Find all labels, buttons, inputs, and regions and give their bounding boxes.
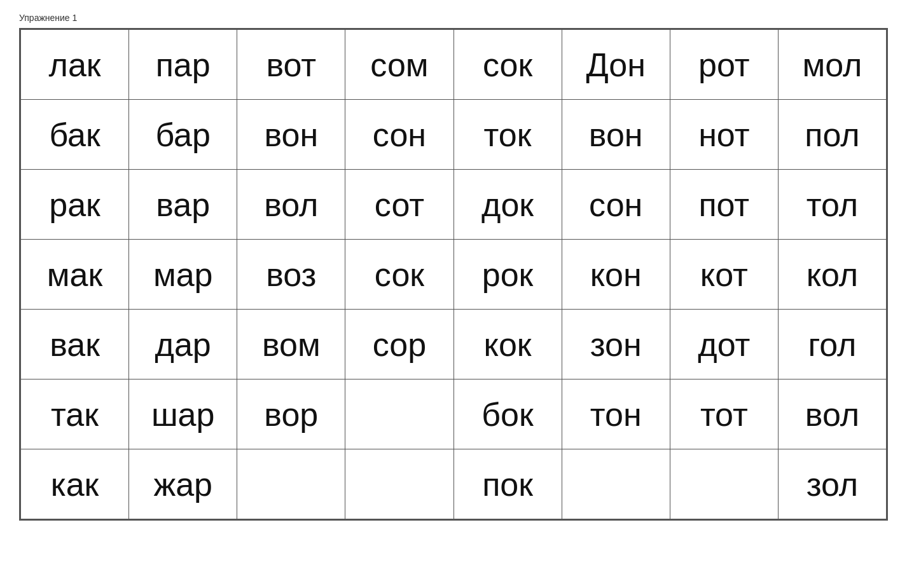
table-cell — [237, 449, 345, 519]
table-cell: тон — [562, 379, 670, 449]
exercise-title: Упражнение 1 — [19, 13, 888, 23]
table-cell: нот — [670, 100, 778, 170]
table-cell: пок — [454, 449, 562, 519]
table-row: вакдарвомсоркокзондотгол — [21, 310, 887, 379]
table-cell: бар — [129, 100, 237, 170]
table-cell: гол — [778, 310, 886, 379]
word-table: лакпарвотсомсокДонротмолбакбарвонсонтокв… — [20, 29, 887, 519]
table-cell: кот — [670, 240, 778, 310]
table-cell: вот — [237, 30, 345, 100]
table-cell: зол — [778, 449, 886, 519]
table-cell: кон — [562, 240, 670, 310]
table-row: ракварволсотдоксонпоттол — [21, 170, 887, 240]
table-cell: вор — [237, 379, 345, 449]
table-cell: лак — [21, 30, 129, 100]
table-cell: сор — [345, 310, 454, 379]
table-cell: Дон — [562, 30, 670, 100]
table-cell: ток — [454, 100, 562, 170]
table-cell: вар — [129, 170, 237, 240]
table-cell: сон — [562, 170, 670, 240]
table-cell: пот — [670, 170, 778, 240]
table-row: макмарвозсокрокконкоткол — [21, 240, 887, 310]
table-cell: дот — [670, 310, 778, 379]
table-cell: зон — [562, 310, 670, 379]
table-cell: жар — [129, 449, 237, 519]
table-cell: мар — [129, 240, 237, 310]
table-cell: вон — [562, 100, 670, 170]
table-row: такшарворбоктонтотвол — [21, 379, 887, 449]
table-cell: бок — [454, 379, 562, 449]
table-cell: сок — [454, 30, 562, 100]
table-cell: сом — [345, 30, 454, 100]
table-cell — [345, 379, 454, 449]
table-cell: рок — [454, 240, 562, 310]
table-cell: вом — [237, 310, 345, 379]
table-cell: кол — [778, 240, 886, 310]
table-cell: шар — [129, 379, 237, 449]
table-cell: пар — [129, 30, 237, 100]
table-cell: сон — [345, 100, 454, 170]
table-row: бакбарвонсонтоквоннотпол — [21, 100, 887, 170]
table-cell: тол — [778, 170, 886, 240]
table-cell: бак — [21, 100, 129, 170]
table-cell: вол — [237, 170, 345, 240]
table-cell: мак — [21, 240, 129, 310]
table-cell: сок — [345, 240, 454, 310]
table-cell: рак — [21, 170, 129, 240]
table-row: какжарпокзол — [21, 449, 887, 519]
table-cell: сот — [345, 170, 454, 240]
table-cell: рот — [670, 30, 778, 100]
table-cell: воз — [237, 240, 345, 310]
table-cell: кок — [454, 310, 562, 379]
table-cell — [345, 449, 454, 519]
table-cell: как — [21, 449, 129, 519]
table-cell: вол — [778, 379, 886, 449]
table-cell — [670, 449, 778, 519]
table-row: лакпарвотсомсокДонротмол — [21, 30, 887, 100]
table-cell: вак — [21, 310, 129, 379]
word-table-container: лакпарвотсомсокДонротмолбакбарвонсонтокв… — [19, 28, 888, 521]
table-cell: мол — [778, 30, 886, 100]
table-cell: так — [21, 379, 129, 449]
table-cell — [562, 449, 670, 519]
table-cell: вон — [237, 100, 345, 170]
table-cell: дар — [129, 310, 237, 379]
table-cell: тот — [670, 379, 778, 449]
table-cell: пол — [778, 100, 886, 170]
table-cell: док — [454, 170, 562, 240]
